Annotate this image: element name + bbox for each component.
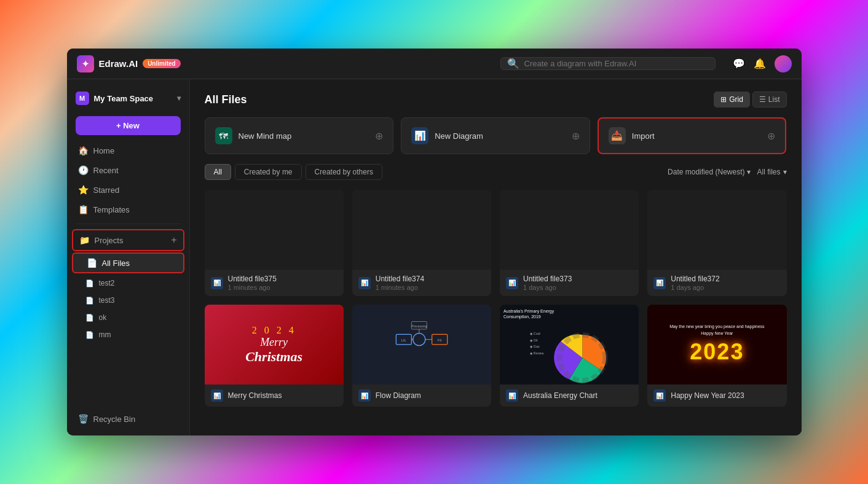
file-info: 📊 Untitled file374 1 minutes ago — [352, 270, 491, 296]
file-card[interactable]: 📊 Untitled file375 1 minutes ago — [205, 190, 344, 296]
page-title: All Files — [205, 93, 247, 106]
file-icon: 📄 — [85, 331, 94, 339]
list-icon: ☰ — [759, 95, 766, 104]
all-files-filter-label: All files — [757, 168, 780, 176]
recent-icon: 🕐 — [78, 165, 89, 175]
new-mindmap-card[interactable]: 🗺 New Mind map ⊕ — [205, 117, 394, 154]
christmas-text: 2 0 2 4 Merry Christmas — [245, 325, 302, 365]
christmas-card[interactable]: 2 0 2 4 Merry Christmas 📊 Merry Christma… — [205, 305, 344, 407]
christmas-content: 2 0 2 4 Merry Christmas — [205, 305, 344, 384]
sidebar-item-label: Templates — [93, 205, 130, 214]
grid-view-button[interactable]: ⊞ Grid — [714, 92, 750, 107]
file-meta: Untitled file374 1 minutes ago — [376, 275, 485, 291]
sort-chevron-icon: ▾ — [747, 168, 751, 176]
team-space-label: My Team Space — [94, 94, 154, 103]
projects-section[interactable]: 📁 Projects + — [72, 229, 184, 251]
file-meta: Untitled file373 1 days ago — [523, 275, 633, 291]
star-icon: ⭐ — [78, 185, 89, 195]
file-type-icon: 📊 — [358, 277, 371, 289]
newyear-thumbnail: May the new year bring you peace and hap… — [647, 305, 786, 384]
sidebar-item-test2[interactable]: 📄 test2 — [72, 275, 184, 291]
file-card[interactable]: 📊 Untitled file374 1 minutes ago — [352, 190, 491, 296]
sidebar-item-recent[interactable]: 🕐 Recent — [72, 161, 184, 179]
new-button[interactable]: + New — [76, 116, 181, 135]
bell-icon[interactable]: 🔔 — [754, 58, 766, 69]
flow-thumbnail: LIL FII Processing — [352, 305, 491, 384]
search-icon: 🔍 — [507, 58, 519, 69]
avatar[interactable] — [775, 55, 792, 72]
recycle-bin-label: Recycle Bin — [93, 415, 136, 424]
filter-created-by-me[interactable]: Created by me — [235, 164, 302, 180]
team-space-icon: M — [76, 92, 89, 105]
sort-button[interactable]: Date modified (Newest) ▾ — [668, 168, 751, 176]
file-date: 1 minutes ago — [376, 284, 485, 291]
projects-icon: 📁 — [79, 235, 90, 245]
sidebar-item-templates[interactable]: 📋 Templates — [72, 200, 184, 219]
list-view-button[interactable]: ☰ List — [752, 92, 787, 107]
file-card[interactable]: 📊 Untitled file373 1 days ago — [500, 190, 639, 296]
sidebar-item-test3[interactable]: 📄 test3 — [72, 292, 184, 308]
file-meta: Merry Christmas — [228, 391, 337, 400]
mindmap-label: New Mind map — [239, 131, 292, 141]
chat-icon[interactable]: 💬 — [733, 58, 745, 69]
new-diagram-card[interactable]: 📊 New Diagram ⊕ — [401, 117, 590, 154]
file-info: 📊 Merry Christmas — [205, 384, 344, 407]
christmas-year: 2 0 2 4 — [245, 325, 302, 336]
sidebar: M My Team Space ▾ + New 🏠 Home 🕐 Recent … — [67, 79, 190, 435]
app-logo-icon: ✦ — [77, 55, 94, 72]
flow-card[interactable]: LIL FII Processing — [352, 305, 491, 407]
newyear-card[interactable]: May the new year bring you peace and hap… — [647, 305, 786, 407]
content-header: All Files ⊞ Grid ☰ List — [205, 92, 787, 107]
file-type-icon: 📊 — [211, 277, 223, 289]
sub-item-label: test3 — [99, 296, 115, 305]
svg-text:◉ Gas: ◉ Gas — [530, 345, 540, 349]
add-project-icon[interactable]: + — [171, 235, 176, 246]
file-info: 📊 Flow Diagram — [352, 384, 491, 407]
sidebar-item-starred[interactable]: ⭐ Starred — [72, 181, 184, 199]
filter-all[interactable]: All — [205, 164, 231, 180]
diagram-label: New Diagram — [435, 131, 483, 141]
search-input[interactable] — [524, 59, 709, 68]
file-card[interactable]: 📊 Untitled file372 1 days ago — [647, 190, 786, 296]
svg-point-4 — [413, 334, 425, 346]
search-bar[interactable]: 🔍 — [500, 57, 716, 70]
files-grid: 📊 Untitled file375 1 minutes ago 📊 Untit… — [205, 190, 787, 407]
svg-text:Processing: Processing — [411, 324, 427, 328]
team-space[interactable]: M My Team Space ▾ — [67, 87, 189, 110]
sidebar-item-mm[interactable]: 📄 mm — [72, 327, 184, 343]
content-area: All Files ⊞ Grid ☰ List 🗺 New Mind map — [190, 79, 802, 435]
filter-created-by-others[interactable]: Created by others — [306, 164, 382, 180]
file-icon: 📄 — [85, 314, 94, 322]
file-name: Untitled file374 — [376, 275, 485, 283]
file-type-icon: 📊 — [211, 389, 223, 402]
energy-card[interactable]: Australia's Primary EnergyConsumption, 2… — [500, 305, 639, 407]
import-label: Import — [632, 131, 655, 141]
all-files-label: All Files — [102, 259, 130, 268]
file-date: 1 minutes ago — [228, 284, 337, 291]
recycle-bin[interactable]: 🗑️ Recycle Bin — [72, 410, 184, 428]
sidebar-nav: 🏠 Home 🕐 Recent ⭐ Starred 📋 Templates — [67, 141, 189, 219]
christmas-thumbnail: 2 0 2 4 Merry Christmas — [205, 305, 344, 384]
import-card[interactable]: 📥 Import ⊕ — [598, 117, 787, 154]
file-name: Australia Energy Chart — [523, 391, 633, 400]
flow-chart-svg: LIL FII Processing — [391, 314, 452, 375]
file-type-icon: 📊 — [653, 389, 666, 402]
sidebar-item-home[interactable]: 🏠 Home — [72, 141, 184, 160]
energy-thumbnail: Australia's Primary EnergyConsumption, 2… — [500, 305, 639, 384]
app-name: Edraw.AI — [99, 58, 138, 69]
filter-tabs: All Created by me Created by others — [205, 164, 382, 180]
file-meta: Flow Diagram — [376, 391, 485, 400]
sort-label: Date modified (Newest) — [668, 168, 744, 176]
file-date: 1 days ago — [671, 284, 780, 291]
sidebar-item-ok[interactable]: 📄 ok — [72, 310, 184, 326]
file-type-icon: 📊 — [653, 277, 666, 289]
christmas-main: Christmas — [245, 349, 302, 365]
file-thumbnail — [500, 190, 639, 270]
file-type-icon: 📊 — [506, 389, 518, 402]
file-type-icon: 📊 — [358, 389, 371, 402]
all-files-filter-button[interactable]: All files ▾ — [757, 168, 786, 176]
all-files-item[interactable]: 📄 All Files — [72, 252, 184, 273]
app-window: ✦ Edraw.AI Unlimited 🔍 💬 🔔 M My Team Spa… — [67, 49, 802, 435]
energy-content: Australia's Primary EnergyConsumption, 2… — [500, 305, 639, 384]
file-thumbnail — [647, 190, 786, 270]
